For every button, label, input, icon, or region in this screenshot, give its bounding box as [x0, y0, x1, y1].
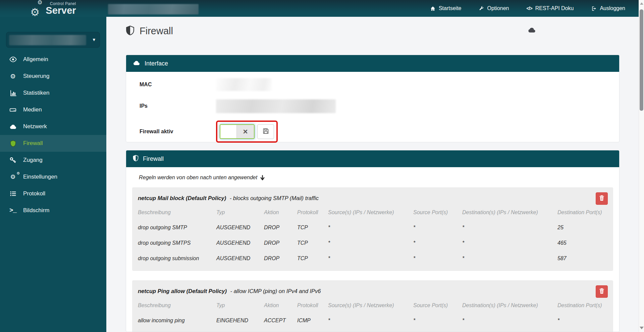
sidebar-item-label: Netzwerk	[23, 123, 47, 130]
column-header: Typ	[216, 298, 264, 313]
rules-note: Regeln werden von oben nach unten angewe…	[139, 175, 613, 181]
shield-icon	[126, 26, 135, 37]
column-header: Typ	[216, 205, 264, 220]
topnav-rest-api-doku[interactable]: </> REST-API Doku	[526, 5, 574, 11]
table-row: drop outgoing submission AUSGEHEND DROP …	[138, 251, 607, 266]
rule-table: Beschreibung Typ Aktion Protokoll Source…	[138, 205, 607, 266]
scrollbar-thumb[interactable]	[640, 9, 643, 111]
mac-row: MAC	[140, 74, 619, 95]
firewall-panel: Firewall Regeln werden von oben nach unt…	[126, 150, 620, 332]
sidebar-item-medien[interactable]: Medien	[0, 101, 106, 118]
toggle-off-segment[interactable]: ×	[236, 125, 254, 138]
gear-icon: ⚙	[8, 73, 17, 80]
table-cell: *	[413, 235, 462, 251]
firewall-active-label: Firewall aktiv	[140, 129, 216, 135]
sidebar-item-zugang[interactable]: Zugang	[0, 152, 106, 169]
topnav-startseite[interactable]: Startseite	[430, 5, 462, 11]
redacted-ips-value	[216, 99, 336, 113]
sidebar-item-label: Bildschirm	[23, 207, 49, 214]
shield-icon	[133, 155, 139, 163]
server-select-dropdown[interactable]: ▾	[6, 32, 100, 48]
trash-icon	[599, 288, 604, 295]
table-cell: *	[328, 235, 413, 251]
column-header: Source(s) (IPs / Netzwerke)	[328, 205, 413, 220]
cloud-icon	[133, 60, 140, 67]
sidebar-item-protokoll[interactable]: Protokoll	[0, 185, 106, 202]
table-header-row: Beschreibung Typ Aktion Protokoll Source…	[138, 298, 607, 313]
ips-row: IPs	[140, 95, 619, 117]
sidebar-item-label: Statistiken	[23, 90, 49, 96]
table-row: drop outgoing SMTP AUSGEHEND DROP TCP * …	[138, 220, 607, 235]
firewall-active-toggle[interactable]: ×	[220, 124, 255, 139]
table-cell: *	[462, 220, 557, 235]
chevron-down-icon: ▾	[93, 37, 95, 42]
gears-icon: ⚙⚙	[8, 174, 17, 180]
column-header: Source(s) (IPs / Netzwerke)	[328, 298, 413, 313]
column-header: Beschreibung	[138, 298, 216, 313]
column-header: Destination Port(s)	[557, 205, 607, 220]
scrollbar-down-arrow[interactable]	[640, 327, 644, 329]
sidebar-item-firewall[interactable]: Firewall	[0, 135, 106, 152]
topnav-optionen[interactable]: Optionen	[479, 5, 509, 11]
logout-icon	[591, 6, 597, 11]
page-head: Firewall	[126, 26, 173, 37]
sidebar-item-label: Zugang	[23, 157, 43, 163]
arrow-down-icon	[260, 175, 265, 181]
topnav-ausloggen[interactable]: Ausloggen	[591, 5, 625, 11]
table-cell: allow incoming ping	[138, 313, 216, 328]
table-cell: 587	[557, 251, 607, 266]
rule-group-title: netcup Mail block (Default Policy) - blo…	[138, 195, 607, 201]
code-icon: </>	[526, 6, 532, 11]
eye-icon	[8, 56, 17, 62]
hard-drive-icon	[8, 107, 17, 113]
delete-rule-group-button[interactable]	[596, 192, 608, 205]
sidebar-item-steuerung[interactable]: ⚙ Steuerung	[0, 68, 106, 85]
sidebar-item-netzwerk[interactable]: Netzwerk	[0, 118, 106, 135]
scrollbar-up-arrow[interactable]	[640, 2, 643, 5]
table-cell: TCP	[297, 220, 328, 235]
sidebar-item-bildschirm[interactable]: >_ Bildschirm	[0, 202, 106, 219]
topnav-label: Startseite	[439, 5, 462, 11]
sidebar-item-label: Allgemein	[23, 56, 48, 63]
brand-gears-icon: ⚙ ⚙	[30, 1, 44, 16]
table-row: drop outgoing SMTPS AUSGEHEND DROP TCP *…	[138, 235, 607, 251]
topnav: Startseite Optionen </> REST-API Doku Au…	[430, 0, 625, 17]
interface-panel: Interface MAC IPs Firewall aktiv	[126, 55, 620, 142]
trash-icon	[599, 195, 604, 202]
table-cell: DROP	[264, 220, 297, 235]
sidebar-item-einstellungen[interactable]: ⚙⚙ Einstellungen	[0, 169, 106, 185]
sidebar-item-label: Einstellungen	[23, 174, 57, 180]
topbar: ⚙ ⚙ Control Panel Server Startseite Opti…	[0, 0, 644, 17]
gear-icon: ⚙	[30, 7, 40, 17]
topnav-label: REST-API Doku	[535, 5, 574, 11]
table-cell: drop outgoing submission	[138, 251, 216, 266]
table-cell: 465	[557, 235, 607, 251]
rule-group-mail-block: netcup Mail block (Default Policy) - blo…	[132, 187, 613, 271]
list-icon	[8, 191, 17, 197]
column-header: Destination(s) (IPs / Netzwerke)	[462, 298, 557, 313]
table-cell: *	[462, 251, 557, 266]
shield-icon	[8, 140, 17, 147]
main-content: Firewall Interface MAC IPs	[106, 17, 639, 332]
table-cell: EINGEHEND	[216, 313, 264, 328]
sidebar-item-allgemein[interactable]: Allgemein	[0, 51, 106, 68]
topnav-label: Ausloggen	[600, 5, 625, 11]
vertical-scrollbar	[639, 0, 644, 332]
table-cell: *	[413, 313, 462, 328]
table-cell: TCP	[297, 235, 328, 251]
wrench-icon	[479, 6, 484, 11]
sidebar-item-statistiken[interactable]: Statistiken	[0, 85, 106, 101]
cloud-icon	[8, 124, 17, 129]
rules-note-text: Regeln werden von oben nach unten angewe…	[139, 175, 257, 181]
firewall-panel-body: Regeln werden von oben nach unten angewe…	[126, 167, 619, 332]
table-cell: AUSGEHEND	[216, 235, 264, 251]
column-header: Beschreibung	[138, 205, 216, 220]
sidebar-item-label: Medien	[23, 106, 42, 113]
rule-group-description: - allow ICMP (ping) on IPv4 and IPv6	[230, 288, 321, 294]
key-icon	[8, 157, 17, 164]
delete-rule-group-button[interactable]	[596, 285, 608, 298]
table-cell: TCP	[297, 251, 328, 266]
toggle-on-segment[interactable]	[220, 125, 236, 138]
home-icon	[430, 6, 436, 11]
save-button[interactable]	[257, 124, 274, 139]
